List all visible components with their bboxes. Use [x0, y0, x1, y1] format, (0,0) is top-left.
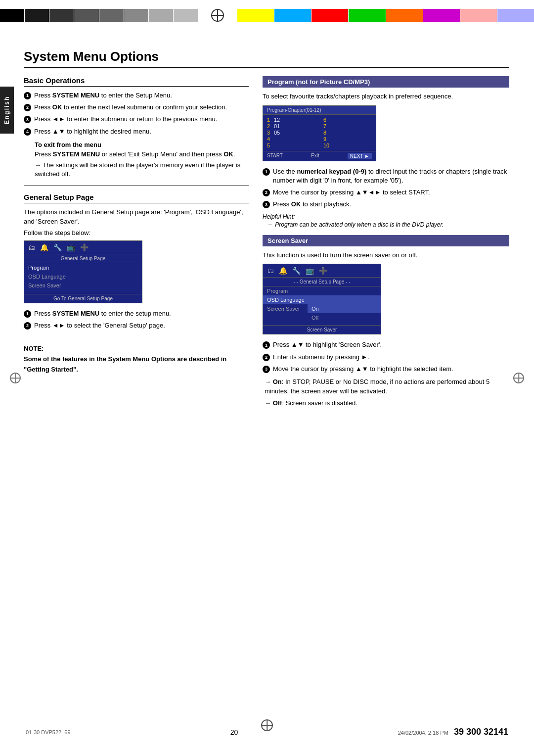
basic-op-item-3: 3 Press ◄► to enter the submenu or retur… — [24, 115, 249, 124]
menu-item-screen-saver: Screen Saver — [24, 281, 142, 290]
ss-menu-title: - - General Setup Page - - — [263, 278, 381, 286]
bottom-crosshair — [261, 719, 273, 731]
ss-item-program: Program — [263, 286, 381, 295]
ss-value-on: On — [308, 304, 381, 313]
section-divider-1 — [24, 186, 249, 186]
num-4: 4 — [24, 128, 31, 136]
footer-page-number: 20 — [230, 728, 238, 736]
ss-icon-2: 🔔 — [279, 267, 287, 275]
general-setup-follow: Follow the steps below: — [24, 229, 249, 236]
exit-menu-subsection: To exit from the menu Press SYSTEM MENU … — [35, 141, 249, 179]
left-column: Basic Operations 1 Press SYSTEM MENU to … — [24, 76, 249, 375]
right-column: Program (not for Picture CD/MP3) To sele… — [263, 76, 509, 408]
ss-label: Screen Saver — [263, 304, 308, 313]
content-columns: Basic Operations 1 Press SYSTEM MENU to … — [24, 76, 509, 408]
num-3: 3 — [24, 116, 31, 123]
prog-num-3: 3 — [263, 201, 270, 208]
gs-num-1: 1 — [24, 310, 31, 318]
note-body: Some of the features in the System Menu … — [24, 354, 249, 374]
ss-icon-1: 🗂 — [267, 267, 274, 275]
general-setup-item-1: 1 Press SYSTEM MENU to enter the setup m… — [24, 309, 249, 318]
basic-operations-header: Basic Operations — [24, 76, 249, 87]
prog-num-1: 1 — [263, 168, 270, 176]
prog-item-3: 3 Press OK to start playback. — [263, 200, 509, 209]
ss-item-osd: OSD Language — [263, 295, 381, 304]
ss-num-1: 1 — [263, 341, 270, 349]
note-title: NOTE: — [24, 345, 249, 352]
ss-num-2: 2 — [263, 354, 270, 361]
general-setup-section: General Setup Page The options included … — [24, 193, 249, 330]
prog-item-1: 1 Use the numerical keypad (0-9) to dire… — [263, 167, 509, 185]
ss-item-screen-saver-row: Screen Saver On — [263, 304, 381, 313]
basic-op-item-1: 1 Press SYSTEM MENU to enter the Setup M… — [24, 91, 249, 100]
menu-icon-5: ➕ — [80, 243, 89, 251]
num-1: 1 — [24, 92, 31, 99]
footer-right: 24/02/2004, 2:18 PM 39 300 32141 — [398, 727, 508, 737]
ss-item-3: 3 Move the cursor by pressing ▲▼ to high… — [263, 365, 509, 374]
ss-on-text: → On: In STOP, PAUSE or No DISC mode, if… — [265, 378, 509, 396]
exit-menu-title: To exit from the menu — [35, 141, 249, 148]
ss-footer: Screen Saver — [263, 325, 381, 334]
general-setup-item-2: 2 Press ◄► to select the 'General Setup'… — [24, 321, 249, 330]
program-table-screenshot: Program-Chapter(01-12) 112 201 305 4 5 6… — [263, 105, 376, 161]
ss-icon-5: ➕ — [319, 267, 327, 275]
menu-icon-2: 🔔 — [40, 243, 48, 251]
general-setup-intro: The options included in General Setup pa… — [24, 208, 249, 227]
right-margin-crosshair — [513, 373, 524, 383]
num-2: 2 — [24, 104, 31, 111]
menu-footer: Go To General Setup Page — [24, 294, 142, 303]
prog-item-2: 2 Move the cursor by pressing ▲▼◄► to se… — [263, 188, 509, 197]
basic-op-item-2: 2 Press OK to enter the next level subme… — [24, 103, 249, 112]
exit-menu-text1: Press SYSTEM MENU or select 'Exit Setup … — [35, 150, 249, 159]
ss-item-2: 2 Enter its submenu by pressing ►. — [263, 353, 509, 362]
ss-off-text: → Off: Screen saver is disabled. — [265, 399, 509, 408]
ss-value-off: Off — [308, 313, 381, 322]
gs-num-2: 2 — [24, 322, 31, 330]
ss-icon-4: 📺 — [306, 267, 314, 275]
program-intro: To select favourite tracks/chapters play… — [263, 92, 509, 101]
menu-title: - - General Setup Page - - — [24, 254, 142, 263]
footer-extra: 39 300 32141 — [454, 727, 508, 737]
general-setup-header: General Setup Page — [24, 193, 249, 203]
ss-num-3: 3 — [263, 366, 270, 373]
screen-saver-section: Screen Saver This function is used to tu… — [263, 235, 509, 408]
menu-icon-3: 🔧 — [53, 243, 62, 251]
screen-saver-menu-screenshot: 🗂 🔔 🔧 📺 ➕ - - General Setup Page - - Pro… — [263, 264, 381, 334]
crosshair-icon — [211, 9, 224, 22]
ss-value-off-row: Off — [263, 313, 381, 322]
basic-operations-section: Basic Operations 1 Press SYSTEM MENU to … — [24, 76, 249, 179]
menu-icon-4: 📺 — [67, 243, 75, 251]
menu-item-osd: OSD Language — [24, 272, 142, 281]
program-header: Program (not for Picture CD/MP3) — [263, 76, 509, 88]
exit-menu-text2: → The settings will be stored in the pla… — [35, 161, 249, 179]
page-title: System Menu Options — [24, 49, 509, 68]
program-section: Program (not for Picture CD/MP3) To sele… — [263, 76, 509, 228]
menu-icon-1: 🗂 — [28, 243, 35, 251]
prog-num-2: 2 — [263, 189, 270, 196]
note-section: NOTE: Some of the features in the System… — [24, 345, 249, 374]
ss-item-1: 1 Press ▲▼ to highlight 'Screen Saver'. — [263, 340, 509, 349]
menu-item-program: Program — [24, 263, 142, 272]
footer-left: 01-30 DVP522_69 — [26, 729, 71, 735]
helpful-hint: Helpful Hint: – Program can be activated… — [263, 213, 509, 228]
left-margin-crosshair — [10, 373, 21, 383]
screen-saver-intro: This function is used to turn the screen… — [263, 251, 509, 260]
screen-saver-header: Screen Saver — [263, 235, 509, 246]
general-setup-menu-screenshot: 🗂 🔔 🔧 📺 ➕ - - General Setup Page - - Pro… — [24, 240, 142, 303]
top-decorative-bar — [0, 9, 534, 22]
sidebar-english-label: English — [0, 87, 14, 134]
basic-op-item-4: 4 Press ▲▼ to highlight the desired menu… — [24, 127, 249, 136]
main-content: System Menu Options Basic Operations 1 P… — [24, 22, 509, 408]
ss-icon-3: 🔧 — [292, 267, 301, 275]
